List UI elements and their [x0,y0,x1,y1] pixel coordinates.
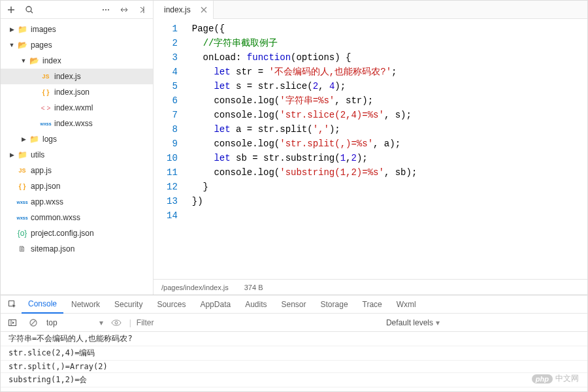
clear-console-icon[interactable] [25,315,41,331]
new-file-button[interactable] [3,2,19,18]
svg-point-2 [105,8,106,10]
tree-item[interactable]: JSapp.js [1,163,153,178]
file-label: index.js [54,72,81,81]
file-tree[interactable]: ▶📁images▼📂pages▼📂indexJSindex.js{ }index… [1,19,153,295]
line-gutter: 1234567891011121314 [154,19,186,279]
file-label: app.js [31,166,52,175]
file-icon: 🗎 [16,244,28,253]
tree-item[interactable]: wxssapp.wxss [1,194,153,210]
tree-item[interactable]: ▶📁images [1,22,153,37]
console-toolbar: top ▾ | Default levels ▾ [1,314,587,332]
tree-item[interactable]: ▼📂pages [1,37,153,53]
tree-item[interactable]: 🗎sitemap.json [1,241,153,257]
expand-arrow-icon[interactable]: ▶ [19,136,28,142]
file-icon: 📁 [16,150,28,159]
file-icon: 📂 [28,56,40,65]
tree-item[interactable]: ▼📂index [1,53,153,69]
inspect-icon[interactable] [5,297,20,312]
file-label: index [42,56,61,65]
explorer-toolbar [1,1,153,19]
more-button[interactable] [98,2,114,18]
editor-tab[interactable]: index.js [154,1,214,19]
console-line: 字符串=不会编码的人,也能称码农? [1,332,587,346]
file-icon: 📁 [16,25,28,34]
tree-item[interactable]: wxsscommon.wxss [1,210,153,225]
file-label: pages [31,41,52,50]
live-expression-icon[interactable] [108,315,124,331]
svg-point-1 [103,8,104,10]
devtools-tab-wxml[interactable]: Wxml [390,295,423,314]
context-dropdown[interactable]: top ▾ [46,318,103,327]
filter-input[interactable] [137,318,267,327]
devtools-tab-security[interactable]: Security [108,295,149,314]
expand-arrow-icon[interactable]: ▼ [7,42,16,48]
close-icon[interactable] [197,3,210,16]
file-label: index.wxss [54,119,93,128]
chevron-down-icon: ▾ [99,318,103,327]
devtools-tab-appdata[interactable]: AppData [193,295,237,314]
tree-item[interactable]: ▶📁logs [1,131,153,147]
devtools-tab-sources[interactable]: Sources [150,295,192,314]
toggle-sidebar-icon[interactable] [5,315,20,331]
tree-item[interactable]: {o}project.config.json [1,225,153,241]
search-button[interactable] [22,2,37,18]
console-output[interactable]: 字符串=不会编码的人,也能称码农?str.slice(2,4)=编码str.sp… [1,332,587,391]
split-button[interactable] [116,2,132,18]
file-icon: 📂 [16,41,28,50]
tree-item[interactable]: { }index.json [1,84,153,100]
svg-point-3 [108,8,109,10]
tree-item[interactable]: wxssindex.wxss [1,116,153,131]
console-line: str.split(,)=Array(2) [1,361,587,373]
devtools-panel: ConsoleNetworkSecuritySourcesAppDataAudi… [1,295,587,391]
code-area[interactable]: Page({ //字符串截取例子 onLoad: function(option… [186,19,587,279]
status-path: /pages/index/index.js [161,284,229,291]
devtools-tab-console[interactable]: Console [22,295,63,314]
file-label: project.config.json [31,229,94,238]
console-line: substring(1,2)=会 [1,373,587,387]
log-levels-dropdown[interactable]: Default levels ▾ [386,318,440,327]
devtools-tab-network[interactable]: Network [65,295,106,314]
expand-arrow-icon[interactable]: ▶ [7,26,16,33]
collapse-button[interactable] [135,2,150,18]
editor-pane: index.js 1234567891011121314 Page({ //字符… [154,1,587,295]
tree-item[interactable]: ▶📁utils [1,147,153,163]
devtools-tabs: ConsoleNetworkSecuritySourcesAppDataAudi… [1,295,587,314]
devtools-tab-audits[interactable]: Audits [238,295,273,314]
tab-title: index.js [164,5,191,14]
file-icon: wxss [40,122,52,126]
tree-item[interactable]: < >index.wxml [1,100,153,116]
tab-bar: index.js [154,1,587,19]
chevron-down-icon: ▾ [436,318,440,327]
code-editor[interactable]: 1234567891011121314 Page({ //字符串截取例子 onL… [154,19,587,279]
file-explorer: ▶📁images▼📂pages▼📂indexJSindex.js{ }index… [1,1,154,295]
devtools-tab-trace[interactable]: Trace [356,295,389,314]
status-bar: /pages/index/index.js 374 B [154,279,587,295]
file-label: utils [31,150,44,159]
svg-point-0 [26,7,31,12]
file-icon: { } [16,183,28,190]
devtools-tab-sensor[interactable]: Sensor [275,295,313,314]
tree-item[interactable]: { }app.json [1,178,153,194]
expand-arrow-icon[interactable]: ▼ [19,57,28,64]
file-icon: JS [40,73,52,80]
console-line: str.slice(2,4)=编码 [1,346,587,361]
file-label: common.wxss [31,213,80,222]
file-label: app.wxss [31,197,63,206]
file-icon: { } [40,89,52,96]
file-icon: < > [40,105,52,112]
file-icon: 📁 [28,135,40,144]
file-label: app.json [31,182,60,191]
file-label: images [31,25,56,34]
file-icon: JS [16,167,28,174]
svg-point-7 [115,321,118,324]
file-icon: wxss [16,200,28,204]
expand-arrow-icon[interactable]: ▶ [7,152,16,158]
file-label: sitemap.json [31,244,74,253]
file-label: logs [42,135,57,144]
devtools-tab-storage[interactable]: Storage [314,295,355,314]
file-label: index.json [54,88,90,97]
file-icon: {o} [16,229,28,238]
file-icon: wxss [16,216,28,220]
file-label: index.wxml [54,103,93,112]
tree-item[interactable]: JSindex.js [1,69,153,84]
